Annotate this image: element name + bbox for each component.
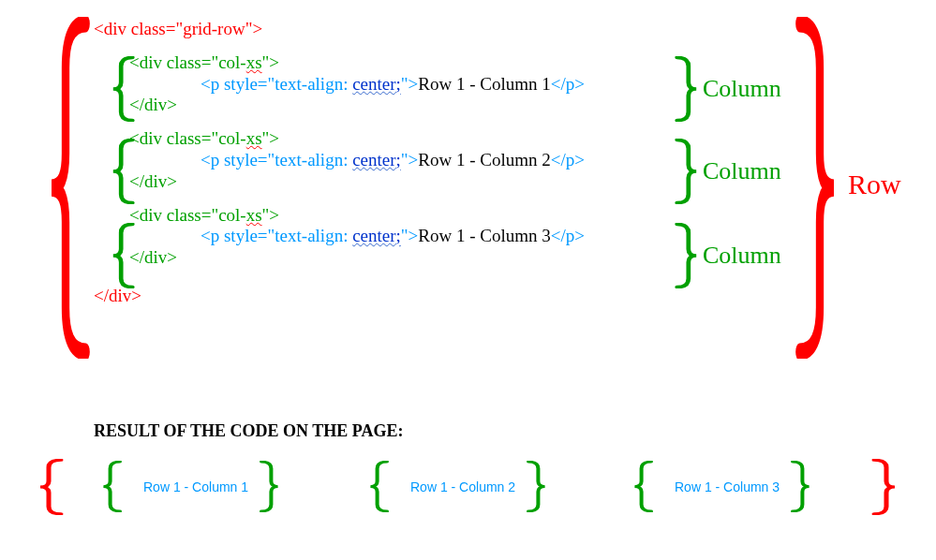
result-cell-3: Row 1 - Column 3 [675, 479, 780, 494]
column-label-3: Column [703, 242, 781, 270]
code-col2-close: </div> [94, 171, 585, 193]
row-label: Row [848, 169, 901, 200]
code-row-open: <div class="grid-row"> [94, 19, 585, 40]
result-col1-brace-right-icon [258, 461, 280, 512]
column-brace-right-3-icon [673, 223, 699, 288]
result-row-brace-right-icon [869, 459, 898, 515]
code-block: <div class="grid-row"> <div class="col-x… [94, 19, 585, 307]
result-row-brace-left-icon [37, 459, 66, 515]
result-col2-brace-left-icon [368, 461, 391, 512]
column-brace-left-1-icon [111, 56, 137, 122]
column-brace-right-2-icon [673, 139, 699, 204]
result-cell-1: Row 1 - Column 1 [143, 479, 248, 494]
result-col3-brace-left-icon [632, 461, 655, 512]
column-label-1: Column [703, 75, 781, 103]
result-col1-brace-left-icon [101, 461, 124, 512]
code-col3-close: </div> [94, 247, 585, 269]
code-col3-p: <p style="text-align: center;">Row 1 - C… [94, 226, 585, 247]
row-brace-left-icon [47, 17, 94, 359]
result-heading: RESULT OF THE CODE ON THE PAGE: [94, 421, 403, 441]
code-col2-open: <div class="col-xs"> [94, 128, 585, 150]
code-col1-open: <div class="col-xs"> [94, 52, 585, 74]
result-cell-2: Row 1 - Column 2 [410, 479, 515, 494]
code-col1-p: <p style="text-align: center;">Row 1 - C… [94, 74, 585, 96]
code-col1-close: </div> [94, 95, 585, 116]
column-brace-left-3-icon [111, 223, 137, 288]
row-brace-right-icon [792, 17, 839, 359]
column-label-2: Column [703, 157, 781, 185]
result-col2-brace-right-icon [525, 461, 547, 512]
code-col2-p: <p style="text-align: center;">Row 1 - C… [94, 150, 585, 171]
column-brace-left-2-icon [111, 139, 137, 204]
column-brace-right-1-icon [673, 56, 699, 122]
code-row-close: </div> [94, 286, 585, 307]
code-col3-open: <div class="col-xs"> [94, 205, 585, 227]
result-col3-brace-right-icon [789, 461, 811, 512]
